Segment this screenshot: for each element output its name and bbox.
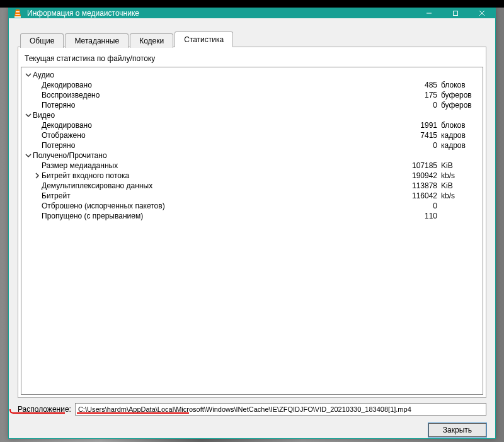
stat-row: Размер медиаданных107185KiB [21,161,483,171]
stat-row: Воспроизведено175буферов [21,90,483,100]
vlc-icon [13,8,23,18]
chevron-down-icon[interactable] [24,112,33,118]
stat-row: Декодировано1991блоков [21,120,483,130]
media-info-window: Информация о медиаисточнике Общие Метада… [8,8,496,439]
tab-general[interactable]: Общие [20,33,64,48]
svg-rect-5 [454,11,458,16]
minimize-button[interactable] [416,8,442,18]
tab-statistics[interactable]: Статистика [175,31,233,47]
svg-marker-0 [14,9,21,16]
svg-rect-1 [14,16,21,18]
svg-rect-2 [16,11,20,13]
stat-row: Битрейт116042kb/s [21,191,483,201]
tab-strip: Общие Метаданные Кодеки Статистика [20,31,495,47]
chevron-right-icon[interactable] [33,173,42,179]
stat-row: Отброшено (испорченных пакетов)0 [21,201,483,211]
location-row: Расположение: [18,403,486,416]
stat-row: Декодировано485блоков [21,80,483,90]
statistics-list[interactable]: Аудио Декодировано485блоков Воспроизведе… [21,67,483,395]
stat-row: Битрейт входного потока190942kb/s [21,171,483,181]
close-button[interactable]: Закрыть [428,423,486,437]
group-audio[interactable]: Аудио [21,70,483,80]
tab-metadata[interactable]: Метаданные [65,33,129,48]
location-input[interactable] [75,403,486,416]
stat-row: Потеряно0кадров [21,140,483,150]
titlebar: Информация о медиаисточнике [9,8,495,18]
stat-row: Потеряно0буферов [21,100,483,110]
pane-label: Текущая статистика по файлу/потоку [25,54,483,63]
statistics-pane: Текущая статистика по файлу/потоку Аудио… [18,47,486,398]
group-video[interactable]: Видео [21,110,483,120]
tab-codecs[interactable]: Кодеки [130,33,173,48]
stat-row: Пропущено (с прерыванием)110 [21,211,483,221]
group-received[interactable]: Получено/Прочитано [21,150,483,161]
window-title: Информация о медиаисточнике [27,9,416,18]
close-window-button[interactable] [469,8,495,18]
location-label: Расположение: [18,405,71,414]
stat-row: Отображено7415кадров [21,130,483,140]
svg-rect-3 [16,14,20,15]
stat-row: Демультиплексировано данных113878KiB [21,181,483,191]
chevron-down-icon[interactable] [24,72,33,78]
chevron-down-icon[interactable] [24,152,33,159]
maximize-button[interactable] [442,8,469,18]
